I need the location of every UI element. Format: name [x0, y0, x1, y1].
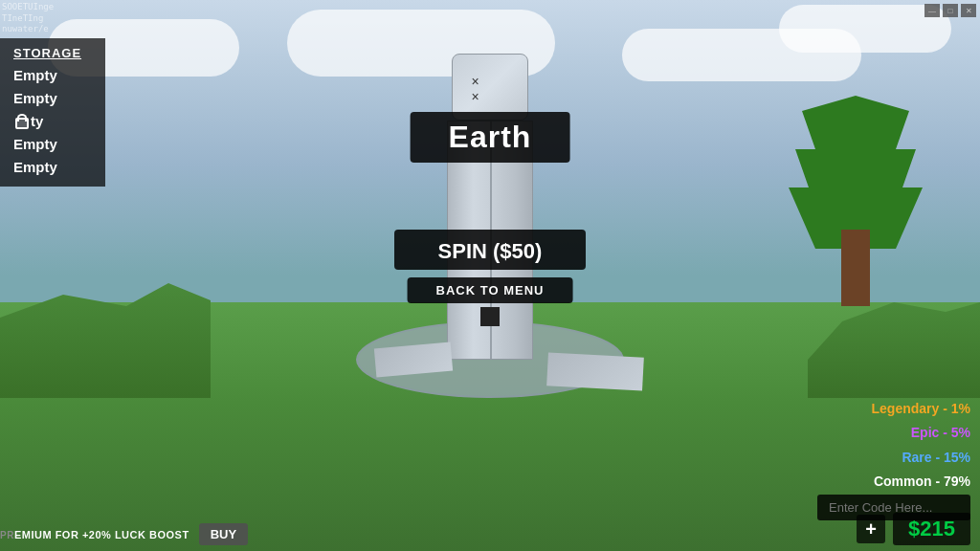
window-controls: — □ ✕: [924, 4, 976, 17]
storage-title: STORAGE: [13, 46, 92, 60]
storage-item-label: Empty: [13, 156, 57, 179]
game-background: [0, 0, 980, 551]
side-rock-right: [546, 352, 644, 390]
dark-square: [480, 307, 500, 326]
money-display: + $215: [857, 513, 970, 545]
left-terrain: [0, 283, 211, 398]
storage-item-3-locked[interactable]: ty: [13, 110, 92, 133]
maximize-button[interactable]: □: [943, 4, 958, 17]
storage-item-label: Empty: [13, 64, 57, 87]
buy-button[interactable]: BUY: [199, 523, 248, 545]
stream-overlay: SOOETUInge TIneTIng nuwater/e: [2, 2, 54, 35]
tree: [789, 96, 923, 306]
close-button[interactable]: ✕: [961, 4, 976, 17]
minimize-button[interactable]: —: [924, 4, 940, 17]
rarity-common: Common - 79%: [872, 470, 970, 494]
storage-item-label: Empty: [13, 87, 57, 110]
tree-trunk: [841, 230, 870, 306]
tree-top: [789, 96, 923, 249]
premium-bar: PREMIUM FOR +20% LUCK BOOST BUY: [0, 523, 248, 545]
storage-item-2[interactable]: Empty: [13, 87, 92, 110]
rarity-panel: Legendary - 1% Epic - 5% Rare - 15% Comm…: [872, 397, 970, 494]
rarity-rare: Rare - 15%: [872, 446, 970, 470]
spin-button[interactable]: SPIN ($50): [394, 230, 586, 270]
storage-item-5[interactable]: Empty: [13, 156, 92, 179]
storage-item-1[interactable]: Empty: [13, 64, 92, 87]
money-amount: $215: [893, 513, 970, 545]
lock-icon: [13, 114, 27, 129]
plus-button[interactable]: +: [857, 515, 885, 543]
earth-label: Earth: [411, 112, 570, 163]
back-to-menu-button[interactable]: BACK TO MENU: [408, 277, 573, 303]
premium-text: PREMIUM FOR +20% LUCK BOOST: [0, 529, 189, 540]
storage-item-label: ty: [31, 110, 43, 133]
rarity-epic: Epic - 5%: [872, 421, 970, 445]
rarity-legendary: Legendary - 1%: [872, 397, 970, 421]
storage-item-4[interactable]: Empty: [13, 133, 92, 156]
storage-panel: STORAGE Empty Empty ty Empty Empty: [0, 38, 105, 187]
pillar-head: [452, 54, 528, 121]
storage-item-label: Empty: [13, 133, 57, 156]
